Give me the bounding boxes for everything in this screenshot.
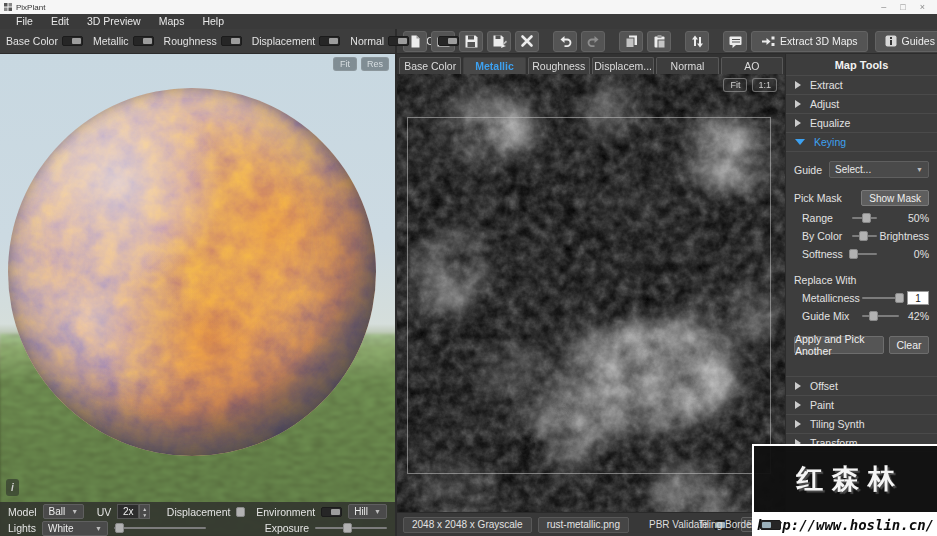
section-tiling-synth[interactable]: Tiling Synth [786,414,937,433]
guides-button[interactable]: Guides [875,31,937,52]
collapsed-arrow-icon [795,119,801,127]
texture-status-bar: 2048 x 2048 x Grayscale rust-metallic.pn… [397,512,785,536]
metallic-map-view[interactable]: Fit 1:1 [397,74,785,512]
toggle-roughness[interactable]: Roughness [164,35,242,47]
filename-button[interactable]: rust-metallic.png [538,517,629,533]
toggle-metallic[interactable]: Metallic [93,35,154,47]
by-color-slider[interactable] [852,230,877,242]
texture-1to1-button[interactable]: 1:1 [752,78,777,92]
tab-roughness[interactable]: Roughness [528,57,590,74]
save-as-button[interactable] [487,31,511,52]
collapsed-arrow-icon [795,382,801,390]
fit-view-button[interactable]: Fit [333,57,357,71]
environment-dropdown[interactable]: Hill ▼ [348,504,387,519]
paste-button[interactable] [647,31,671,52]
metallicness-value-field[interactable]: 1 [907,291,929,305]
save-icon [464,34,479,49]
swap-maps-button[interactable] [685,31,709,52]
expanded-arrow-icon [795,139,805,145]
tab-ao[interactable]: AO [721,57,783,74]
displacement-toggle[interactable] [319,36,340,46]
guide-dropdown[interactable]: Select... ▼ [829,161,929,178]
chevron-down-icon: ▼ [95,525,102,532]
lights-dropdown[interactable]: White ▼ [42,521,108,536]
menu-maps[interactable]: Maps [151,14,193,29]
uv-spinner-icon[interactable]: ▲▼ [139,504,150,519]
comment-button[interactable] [723,31,747,52]
tiling-border-toggle[interactable] [760,520,781,530]
extract-3d-maps-label: Extract 3D Maps [780,35,858,47]
chevron-down-icon: ▼ [374,508,381,515]
menu-3d-preview[interactable]: 3D Preview [79,14,149,29]
section-label: Adjust [810,98,839,110]
guides-label: Guides [902,35,935,47]
menu-edit[interactable]: Edit [43,14,77,29]
section-adjust[interactable]: Adjust [786,94,937,113]
section-keying[interactable]: Keying [786,132,937,151]
image-dimensions-button[interactable]: 2048 x 2048 x Grayscale [403,517,532,533]
save-as-icon [492,34,507,49]
section-label: Extract [810,79,843,91]
texture-fit-button[interactable]: Fit [723,78,747,92]
displacement-slider[interactable] [236,506,244,518]
tab-base-color[interactable]: Base Color [399,57,461,74]
apply-and-pick-another-button[interactable]: Apply and Pick Another [794,336,884,354]
map-toggles-bar: Base Color Metallic Roughness Displaceme… [0,29,397,53]
range-slider[interactable] [852,212,877,224]
section-paint[interactable]: Paint [786,395,937,414]
menu-help[interactable]: Help [194,14,232,29]
base-color-toggle[interactable] [62,36,83,46]
toggle-label: Displacement [252,35,316,47]
preview-3d-panel[interactable]: Fit Res i Model Ball ▼ UV 2x ▲▼ [0,54,397,536]
clear-button[interactable]: Clear [889,336,929,354]
toggle-base-color[interactable]: Base Color [6,35,83,47]
lights-slider[interactable] [114,522,206,534]
redo-button[interactable] [581,31,605,52]
close-button[interactable]: × [920,0,925,14]
tiling-guide-frame [407,117,771,474]
res-view-button[interactable]: Res [361,57,389,71]
preview-info-icon[interactable]: i [6,479,19,496]
preview-sphere[interactable] [8,88,376,456]
normal-toggle[interactable] [388,36,409,46]
maximize-button[interactable]: □ [900,0,905,14]
toggle-normal[interactable]: Normal [350,35,409,47]
toggle-displacement[interactable]: Displacement [252,35,341,47]
tab-normal[interactable]: Normal [656,57,718,74]
roughness-toggle[interactable] [221,36,242,46]
show-mask-button[interactable]: Show Mask [861,190,929,206]
metallicness-slider[interactable] [862,292,901,304]
guide-mix-slider[interactable] [862,310,899,322]
section-offset[interactable]: Offset [786,376,937,395]
preview-controls-bar: Model Ball ▼ UV 2x ▲▼ Displacement [0,502,395,536]
guide-mix-value: 42% [899,310,929,322]
section-label: Offset [810,380,838,392]
ao-toggle[interactable] [438,36,459,46]
section-equalize[interactable]: Equalize [786,113,937,132]
environment-toggle[interactable] [321,507,342,517]
tab-displacement[interactable]: Displacem... [592,57,654,74]
tab-metallic[interactable]: Metallic [463,57,525,74]
tiling-border-label: Tiling Border [699,519,755,530]
swap-arrows-icon [690,34,705,49]
softness-slider[interactable] [852,248,877,260]
minimize-button[interactable]: – [881,0,886,14]
section-label: Tiling Synth [810,418,864,430]
texture-tabs: Base Color Metallic Roughness Displacem.… [397,54,785,74]
undo-button[interactable] [553,31,577,52]
paste-icon [652,34,667,49]
by-color-value: Brightness [877,230,929,242]
menu-file[interactable]: File [8,14,41,29]
close-document-button[interactable] [515,31,539,52]
metallic-toggle[interactable] [133,36,154,46]
redo-icon [586,34,601,49]
chevron-down-icon: ▼ [916,166,923,173]
save-button[interactable] [459,31,483,52]
section-extract[interactable]: Extract [786,75,937,94]
copy-button[interactable] [619,31,643,52]
by-color-label: By Color [794,230,852,242]
exposure-slider[interactable] [315,522,387,534]
uv-stepper[interactable]: 2x ▲▼ [117,504,150,519]
model-dropdown[interactable]: Ball ▼ [43,504,85,519]
extract-3d-maps-button[interactable]: Extract 3D Maps [751,31,868,52]
